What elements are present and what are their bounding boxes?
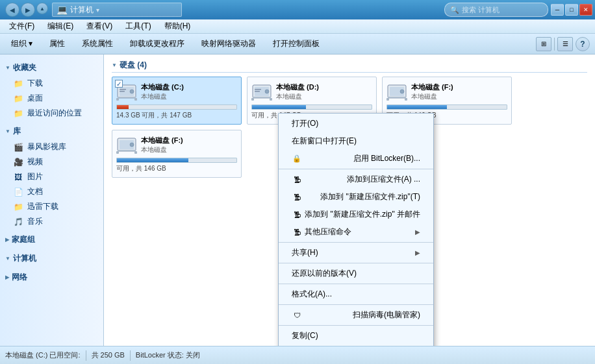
toolbar-properties[interactable]: 属性 — [44, 36, 71, 52]
forward-button[interactable]: ▶ — [21, 3, 35, 17]
ctx-add-zip-label: 添加到 "新建压缩文件.zip"(T) — [320, 191, 420, 202]
library-arrow: ▼ — [5, 128, 10, 134]
disk-f-name: 本地磁盘 (F:) — [141, 136, 183, 145]
up-button[interactable]: ▲ — [36, 3, 48, 14]
more-archive-arrow: ▶ — [415, 228, 420, 236]
search-icon: 🔍 — [450, 6, 459, 14]
sidebar-item-video-lib[interactable]: 🎬 暴风影视库 — [0, 140, 103, 154]
video-lib-label: 暴风影视库 — [27, 141, 66, 152]
svg-rect-7 — [134, 98, 137, 101]
address-bar[interactable]: 💻 计算机 ▾ — [52, 3, 182, 17]
toolbar-uninstall[interactable]: 卸载或更改程序 — [124, 36, 190, 52]
svg-rect-18 — [388, 97, 406, 98]
menu-view[interactable]: 查看(V) — [81, 19, 118, 33]
sidebar-computer-header[interactable]: ▼ 计算机 — [0, 250, 103, 267]
ctx-share[interactable]: 共享(H) ▶ — [279, 244, 433, 261]
toolbar-map-drive[interactable]: 映射网络驱动器 — [196, 36, 262, 52]
sidebar-item-xunlei[interactable]: 📁 迅雷下载 — [0, 199, 103, 214]
toolbar-sys-properties[interactable]: 系统属性 — [76, 36, 119, 52]
close-button[interactable]: ✕ — [579, 4, 592, 16]
status-item-1: 本地磁盘 (C:) 已用空间: — [5, 350, 81, 360]
sidebar-item-documents[interactable]: 📄 文档 — [0, 184, 103, 199]
menu-tools[interactable]: 工具(T) — [120, 19, 156, 33]
search-placeholder: 搜索 计算机 — [462, 5, 500, 15]
sidebar-computer-section: ▼ 计算机 — [0, 250, 103, 267]
disk-f-icon — [116, 134, 137, 155]
disk-e-progress-fill — [387, 105, 447, 109]
svg-rect-6 — [116, 98, 119, 101]
ctx-scan[interactable]: 🛡 扫描病毒(电脑管家) — [279, 306, 433, 324]
ctx-add-zip[interactable]: 🗜 添加到 "新建压缩文件.zip"(T) — [279, 188, 433, 206]
sidebar-item-recent[interactable]: 📁 最近访问的位置 — [0, 106, 103, 121]
disk-d-progress-bg — [251, 104, 372, 110]
disk-e-sublabel: 本地磁盘 — [411, 92, 453, 101]
toolbar: 组织 ▾ 属性 系统属性 卸载或更改程序 映射网络驱动器 打开控制面板 ⊞ ☰ … — [0, 34, 595, 55]
video-icon: 🎥 — [13, 157, 23, 167]
disk-f[interactable]: 本地磁盘 (F:) 本地磁盘 可用，共 146 GB — [112, 130, 242, 178]
video-label: 视频 — [27, 156, 43, 167]
toolbar-sep — [554, 38, 555, 51]
sidebar: ▼ 收藏夹 📁 下载 📁 桌面 📁 最近访问的位置 ▼ 库 🎬 — [0, 55, 104, 346]
ctx-format[interactable]: 格式化(A)... — [279, 285, 433, 303]
toolbar-control-panel[interactable]: 打开控制面板 — [267, 36, 325, 52]
back-button[interactable]: ◀ — [5, 3, 19, 17]
title-bar: ◀ ▶ ▲ 💻 计算机 ▾ 🔍 搜索 计算机 ─ □ ✕ — [0, 0, 595, 19]
ctx-add-archive-label: 添加到压缩文件(A) ... — [347, 174, 420, 185]
toolbar-organize[interactable]: 组织 ▾ — [5, 36, 38, 52]
disk-e-icon — [386, 81, 407, 102]
disk-d-name: 本地磁盘 (D:) — [276, 82, 319, 92]
sidebar-favorites-header[interactable]: ▼ 收藏夹 — [0, 60, 103, 76]
sidebar-item-pictures[interactable]: 🖼 图片 — [0, 169, 103, 184]
favorites-arrow: ▼ — [5, 65, 10, 71]
menu-help[interactable]: 帮助(H) — [159, 19, 196, 33]
ctx-add-archive[interactable]: 🗜 添加到压缩文件(A) ... — [279, 171, 433, 188]
disk-e-header: 本地磁盘 (F:) 本地磁盘 — [386, 81, 507, 102]
ctx-restore[interactable]: 还原以前的版本(V) — [279, 265, 433, 282]
sidebar-item-desktop[interactable]: 📁 桌面 — [0, 91, 103, 106]
sidebar-item-downloads[interactable]: 📁 下载 — [0, 76, 103, 91]
menu-edit[interactable]: 编辑(E) — [42, 19, 79, 33]
view-toggle-btn[interactable]: ⊞ — [536, 37, 551, 51]
ctx-open-new-label: 在新窗口中打开(E) — [292, 136, 357, 147]
menu-file[interactable]: 文件(F) — [4, 19, 40, 33]
library-label: 库 — [13, 126, 21, 137]
view-list-btn[interactable]: ☰ — [557, 37, 573, 51]
ctx-open[interactable]: 打开(O) — [279, 115, 433, 132]
ctx-more-archive[interactable]: 🗜 其他压缩命令 ▶ — [279, 223, 433, 241]
help-button[interactable]: ? — [576, 37, 590, 51]
ctx-bitlocker[interactable]: 🔒 启用 BitLocker(B)... — [279, 150, 433, 167]
disk-c-sublabel: 本地磁盘 — [141, 92, 184, 101]
computer-label: 计算机 — [13, 253, 36, 264]
ctx-open-new[interactable]: 在新窗口中打开(E) — [279, 132, 433, 150]
svg-rect-15 — [270, 98, 272, 101]
sidebar-network-header[interactable]: ▶ 网络 — [0, 269, 103, 285]
sidebar-homegroup-header[interactable]: ▶ 家庭组 — [0, 232, 103, 248]
disk-d-sublabel: 本地磁盘 — [276, 92, 319, 101]
window-controls: ─ □ ✕ — [551, 4, 592, 16]
disk-c-labels: 本地磁盘 (C:) 本地磁盘 — [141, 82, 184, 101]
minimize-button[interactable]: ─ — [551, 4, 564, 16]
sidebar-item-video[interactable]: 🎥 视频 — [0, 154, 103, 169]
maximize-button[interactable]: □ — [565, 4, 578, 16]
sidebar-homegroup-section: ▶ 家庭组 — [0, 232, 103, 248]
bitlocker-icon: 🔒 — [292, 154, 302, 163]
ctx-scan-label: 扫描病毒(电脑管家) — [353, 309, 420, 321]
ctx-format-label: 格式化(A)... — [292, 289, 332, 300]
ctx-copy[interactable]: 复制(C) — [279, 327, 433, 345]
ctx-share-label: 共享(H) — [292, 247, 318, 258]
disk-c-checkbox[interactable]: ✓ — [115, 80, 123, 88]
disk-c[interactable]: ✓ — [112, 77, 242, 125]
ctx-add-zip-email-label: 添加到 "新建压缩文件.zip" 并邮件 — [305, 209, 420, 220]
sidebar-item-music[interactable]: 🎵 音乐 — [0, 214, 103, 229]
svg-rect-12 — [255, 89, 261, 90]
search-box[interactable]: 🔍 搜索 计算机 — [444, 3, 548, 17]
svg-rect-20 — [386, 98, 389, 101]
sidebar-library-header[interactable]: ▼ 库 — [0, 123, 103, 140]
favorites-label: 收藏夹 — [13, 62, 36, 73]
svg-rect-13 — [255, 91, 260, 92]
disk-d-icon — [251, 81, 272, 102]
ctx-add-zip-email[interactable]: 🗜 添加到 "新建压缩文件.zip" 并邮件 — [279, 206, 433, 223]
path-icon: 💻 — [57, 5, 68, 15]
homegroup-label: 家庭组 — [12, 234, 35, 245]
sidebar-favorites-section: ▼ 收藏夹 📁 下载 📁 桌面 📁 最近访问的位置 — [0, 60, 103, 121]
